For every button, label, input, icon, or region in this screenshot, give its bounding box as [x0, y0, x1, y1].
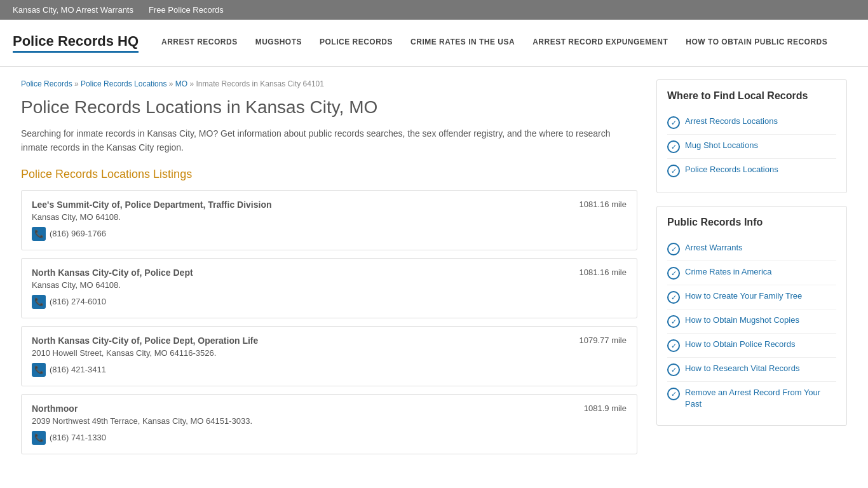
sidebar-arrest-records-locations[interactable]: ✓ Arrest Records Locations: [667, 111, 836, 135]
check-icon: ✓: [667, 363, 680, 376]
location-address-0: Kansas City, MO 64108.: [32, 212, 627, 222]
sidebar-crime-rates[interactable]: ✓ Crime Rates in America: [667, 261, 836, 285]
sidebar-local-records: Where to Find Local Records ✓ Arrest Rec…: [656, 79, 847, 193]
breadcrumb: Police Records » Police Records Location…: [21, 79, 637, 88]
sidebar-link-arrest-warrants: Arrest Warrants: [685, 242, 743, 254]
check-icon: ✓: [667, 339, 680, 352]
topbar-link-police-records[interactable]: Free Police Records: [149, 5, 224, 15]
sidebar-arrest-warrants[interactable]: ✓ Arrest Warrants: [667, 237, 836, 261]
location-card-3: Northmoor 1081.9 mile 2039 Northwest 49t…: [21, 394, 637, 454]
sidebar-police-records-locations[interactable]: ✓ Police Records Locations: [667, 159, 836, 182]
location-card-0: Lee's Summit-City of, Police Department,…: [21, 190, 637, 250]
sidebar-link-arrest-locations: Arrest Records Locations: [685, 116, 778, 127]
sidebar-link-mugshot-copies: How to Obtain Mugshot Copies: [685, 315, 799, 326]
sidebar-link-family-tree: How to Create Your Family Tree: [685, 290, 802, 302]
breadcrumb-police-records[interactable]: Police Records: [21, 79, 72, 88]
sidebar-remove-arrest-record[interactable]: ✓ Remove an Arrest Record From Your Past: [667, 382, 836, 415]
location-name-0: Lee's Summit-City of, Police Department,…: [32, 200, 272, 210]
phone-icon-2: 📞: [32, 363, 46, 377]
check-icon: ✓: [667, 165, 680, 177]
sidebar-public-title: Public Records Info: [667, 217, 836, 228]
top-bar: Kansas City, MO Arrest Warrants Free Pol…: [0, 0, 868, 20]
sidebar-link-mug-shots: Mug Shot Locations: [685, 140, 758, 151]
check-icon: ✓: [667, 291, 680, 304]
nav-expungement[interactable]: ARREST RECORD EXPUNGEMENT: [524, 20, 677, 66]
location-distance-1: 1081.16 mile: [580, 268, 627, 277]
location-address-3: 2039 Northwest 49th Terrace, Kansas City…: [32, 416, 627, 426]
page-body: Police Records » Police Records Location…: [8, 67, 860, 475]
location-address-1: Kansas City, MO 64108.: [32, 280, 627, 290]
breadcrumb-locations[interactable]: Police Records Locations: [81, 79, 166, 88]
nav-arrest-records[interactable]: ARREST RECORDS: [153, 20, 247, 66]
header: Police Records HQ ARREST RECORDS MUGSHOT…: [0, 20, 868, 67]
nav-police-records[interactable]: POLICE RECORDS: [311, 20, 402, 66]
location-phone-2: 📞 (816) 421-3411: [32, 363, 627, 377]
sidebar: Where to Find Local Records ✓ Arrest Rec…: [656, 79, 847, 462]
check-icon: ✓: [667, 140, 680, 153]
sidebar-link-remove-arrest: Remove an Arrest Record From Your Past: [685, 387, 836, 410]
breadcrumb-current: Inmate Records in Kansas City 64101: [196, 79, 324, 88]
sidebar-link-police-locations: Police Records Locations: [685, 164, 778, 175]
breadcrumb-mo[interactable]: MO: [175, 79, 187, 88]
sidebar-mugshot-copies[interactable]: ✓ How to Obtain Mugshot Copies: [667, 309, 836, 334]
logo-text: Police Records HQ: [13, 33, 139, 53]
nav-public-records[interactable]: HOW TO OBTAIN PUBLIC RECORDS: [677, 20, 836, 66]
phone-icon-3: 📞: [32, 431, 46, 445]
check-icon: ✓: [667, 243, 680, 255]
sidebar-local-title: Where to Find Local Records: [667, 90, 836, 102]
intro-text: Searching for inmate records in Kansas C…: [21, 126, 637, 155]
location-address-2: 2010 Howell Street, Kansas City, MO 6411…: [32, 348, 627, 358]
nav-mugshots[interactable]: MUGSHOTS: [247, 20, 311, 66]
main-content: Police Records » Police Records Location…: [21, 79, 637, 462]
check-icon: ✓: [667, 315, 680, 328]
nav-crime-rates[interactable]: CRIME RATES IN THE USA: [402, 20, 524, 66]
sidebar-vital-records[interactable]: ✓ How to Research Vital Records: [667, 358, 836, 382]
location-distance-3: 1081.9 mile: [584, 403, 627, 413]
sidebar-public-records: Public Records Info ✓ Arrest Warrants ✓ …: [656, 206, 847, 426]
location-card-2: North Kansas City-City of, Police Dept, …: [21, 326, 637, 386]
sidebar-link-police-records-how: How to Obtain Police Records: [685, 339, 795, 350]
location-name-1: North Kansas City-City of, Police Dept: [32, 268, 193, 278]
logo[interactable]: Police Records HQ: [13, 20, 153, 65]
phone-icon-0: 📞: [32, 227, 46, 241]
location-phone-1: 📞 (816) 274-6010: [32, 295, 627, 309]
location-card-1: North Kansas City-City of, Police Dept 1…: [21, 258, 637, 318]
location-name-2: North Kansas City-City of, Police Dept, …: [32, 336, 258, 346]
sidebar-link-crime-rates: Crime Rates in America: [685, 266, 772, 278]
location-phone-0: 📞 (816) 969-1766: [32, 227, 627, 241]
phone-icon-1: 📞: [32, 295, 46, 309]
location-distance-0: 1081.16 mile: [580, 200, 627, 209]
check-icon: ✓: [667, 388, 680, 400]
main-nav: ARREST RECORDS MUGSHOTS POLICE RECORDS C…: [153, 20, 855, 66]
location-name-3: Northmoor: [32, 403, 78, 414]
check-icon: ✓: [667, 267, 680, 280]
location-phone-3: 📞 (816) 741-1330: [32, 431, 627, 445]
check-icon: ✓: [667, 116, 680, 129]
sidebar-mug-shot-locations[interactable]: ✓ Mug Shot Locations: [667, 135, 836, 159]
section-heading: Police Records Locations Listings: [21, 168, 637, 181]
sidebar-family-tree[interactable]: ✓ How to Create Your Family Tree: [667, 285, 836, 309]
topbar-link-arrest-warrants[interactable]: Kansas City, MO Arrest Warrants: [13, 5, 133, 15]
sidebar-link-vital-records: How to Research Vital Records: [685, 363, 799, 374]
sidebar-police-records-how[interactable]: ✓ How to Obtain Police Records: [667, 334, 836, 358]
location-distance-2: 1079.77 mile: [580, 336, 627, 345]
page-title: Police Records Locations in Kansas City,…: [21, 97, 637, 118]
